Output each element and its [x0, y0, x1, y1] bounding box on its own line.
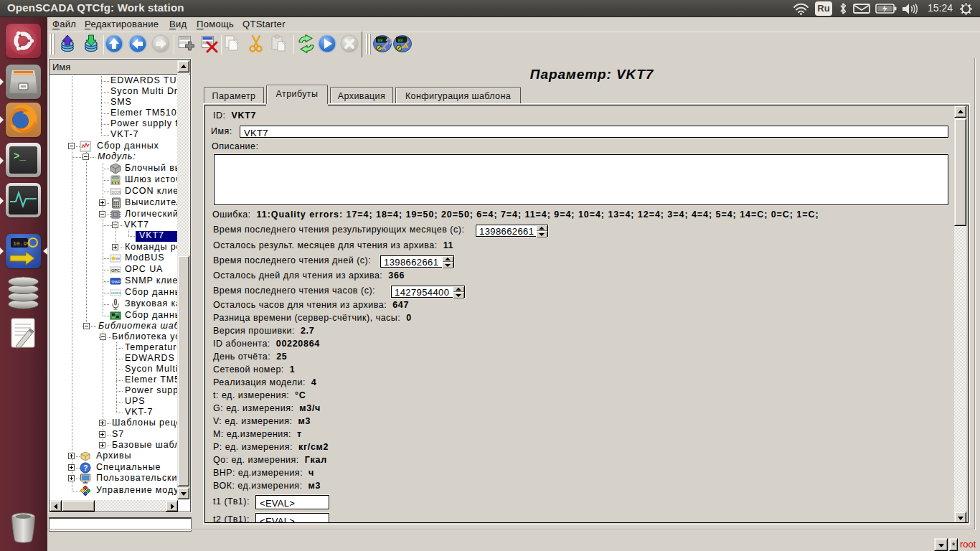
svg-text:88: 88 [378, 38, 384, 43]
svg-text:88: 88 [398, 38, 404, 43]
